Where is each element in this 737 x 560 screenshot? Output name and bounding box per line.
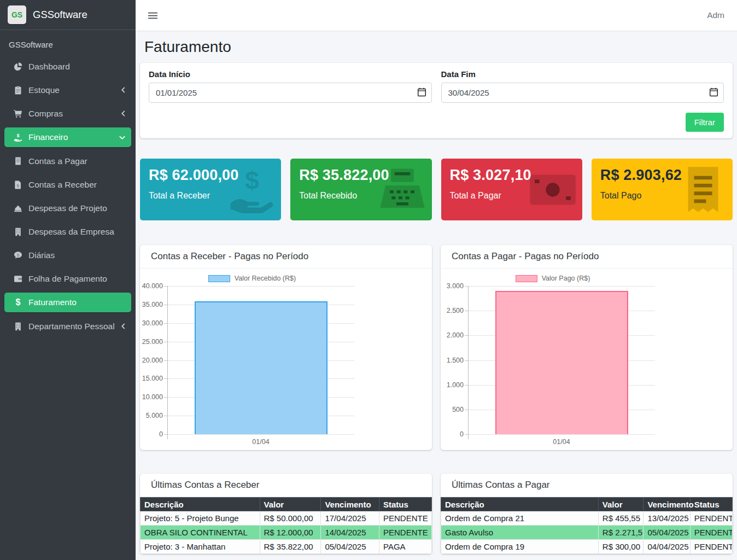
chart-card-contas-a-pagar-pagas-no-periodo: Contas a Pagar - Pagas no PeríodoValor P… bbox=[441, 245, 733, 450]
y-tick-label: 500 bbox=[452, 406, 464, 413]
calendar-icon[interactable] bbox=[709, 88, 718, 97]
calendar-icon[interactable] bbox=[417, 88, 426, 97]
y-tick-label: 0 bbox=[460, 430, 464, 438]
chevron-left-icon bbox=[120, 323, 127, 330]
data-table: DescriçãoValorVencimentoStatusProjeto: 5… bbox=[140, 497, 432, 554]
summary-label: Total a Pagar bbox=[450, 191, 574, 201]
chart-legend: Valor Pago (R$) bbox=[446, 275, 659, 282]
svg-text:$: $ bbox=[16, 252, 19, 257]
table-cell: 14/04/2025 bbox=[321, 526, 379, 540]
legend-label: Valor Recebido (R$) bbox=[235, 275, 296, 282]
sidebar-brand[interactable]: GS GSSoftware bbox=[0, 0, 136, 30]
sidebar: GS GSSoftware GSSoftware DashboardEstoqu… bbox=[0, 0, 136, 560]
sidebar-item-label: Folha de Pagamento bbox=[28, 274, 107, 284]
sidebar-item-faturamento[interactable]: $Faturamento bbox=[4, 293, 131, 312]
y-tick-label: 3.000 bbox=[447, 282, 464, 290]
end-date-label: Data Fim bbox=[441, 69, 724, 79]
table-cell: PAGA bbox=[379, 540, 432, 554]
sidebar-item-compras[interactable]: Compras bbox=[0, 102, 136, 125]
chevron-left-icon bbox=[120, 110, 127, 117]
filter-button[interactable]: Filtrar bbox=[686, 113, 724, 132]
x-tick-label: 01/04 bbox=[468, 438, 655, 446]
column-header-valor: Valor bbox=[598, 498, 644, 511]
summary-cards-row: R$ 62.000,00Total a Receber$R$ 35.822,00… bbox=[140, 159, 733, 220]
data-table: DescriçãoValorVencimentoStatusOrdem de C… bbox=[441, 497, 733, 554]
sidebar-item-label: Faturamento bbox=[28, 298, 77, 307]
summary-value: R$ 2.903,62 bbox=[600, 167, 724, 184]
bar-chart: 40.00035.00030.00025.00020.00015.00010.0… bbox=[145, 286, 359, 434]
x-tick-label: 01/04 bbox=[167, 438, 354, 446]
filter-card: Data Início Data Fim Filtrar bbox=[140, 63, 733, 138]
y-tick-label: 1.500 bbox=[447, 357, 464, 364]
y-tick-label: 40.000 bbox=[142, 282, 163, 290]
chart-area: Valor Recebido (R$)40.00035.00030.00025.… bbox=[140, 269, 432, 450]
brand-title: GSSoftware bbox=[33, 9, 87, 21]
sidebar-nav: DashboardEstoqueCompras$FinanceiroContas… bbox=[0, 55, 136, 338]
table-row: Projeto: 3 - ManhattanR$ 35.822,0005/04/… bbox=[141, 540, 432, 554]
summary-card-total-recebido: R$ 35.822,00Total Recebido bbox=[290, 159, 431, 220]
summary-card-total-a-pagar: R$ 3.027,10Total a Pagar bbox=[441, 159, 582, 220]
table-cell: PENDENTE bbox=[379, 526, 432, 540]
table-row: OBRA SILO CONTINENTALR$ 12.000,0014/04/2… bbox=[141, 526, 432, 540]
cart-icon bbox=[12, 109, 24, 118]
sidebar-item-diarias[interactable]: $Diárias bbox=[0, 243, 136, 267]
table-cell: Ordem de Compra 19 bbox=[441, 540, 599, 554]
sidebar-item-label: Despesas da Empresa bbox=[28, 227, 114, 237]
hard-hat-icon bbox=[12, 204, 24, 213]
table-cell: R$ 50.000,00 bbox=[260, 511, 321, 526]
legend-swatch bbox=[208, 275, 230, 282]
start-date-input[interactable] bbox=[149, 83, 432, 103]
chart-card-contas-a-receber-pagas-no-periodo: Contas a Receber - Pagas no PeríodoValor… bbox=[140, 245, 432, 450]
sidebar-item-despesas-da-empresa[interactable]: Despesas da Empresa bbox=[0, 220, 136, 243]
end-date-input[interactable] bbox=[441, 83, 724, 103]
column-header-descricao: Descrição bbox=[141, 498, 260, 511]
table-title: Últimas Contas a Pagar bbox=[441, 474, 733, 497]
y-tick-label: 1.000 bbox=[447, 381, 464, 389]
summary-value: R$ 3.027,10 bbox=[450, 167, 574, 184]
y-tick-label: 20.000 bbox=[142, 357, 163, 364]
table-cell: 05/04/2025 bbox=[321, 540, 379, 554]
y-tick-label: 5.000 bbox=[146, 412, 163, 419]
brand-logo-icon: GS bbox=[8, 5, 26, 24]
column-header-valor: Valor bbox=[260, 498, 321, 511]
hand-dollar-icon: $ bbox=[12, 133, 24, 142]
table-row: Gasto AvulsoR$ 2.271,5505/04/2025PENDENT… bbox=[441, 526, 733, 540]
sidebar-item-contas-a-receber[interactable]: $Contas a Receber bbox=[0, 173, 136, 196]
bar-chart: 3.0002.5002.0001.5001.0005000 bbox=[446, 286, 659, 434]
sidebar-item-label: Departamento Pessoal bbox=[28, 322, 115, 331]
table-cell: PENDENTE bbox=[690, 511, 732, 526]
user-menu[interactable]: Adm bbox=[707, 10, 724, 20]
column-header-vencimento: Vencimento bbox=[321, 498, 379, 511]
charts-row: Contas a Receber - Pagas no PeríodoValor… bbox=[140, 245, 733, 450]
table-card-ultimas-contas-a-pagar: Últimas Contas a PagarDescriçãoValorVenc… bbox=[441, 474, 733, 554]
table-cell: R$ 12.000,00 bbox=[260, 526, 321, 540]
summary-label: Total Pago bbox=[600, 191, 724, 201]
table-title: Últimas Contas a Receber bbox=[140, 474, 432, 497]
table-row: Ordem de Compra 19R$ 300,0004/04/2025PEN… bbox=[441, 540, 733, 554]
legend-label: Valor Pago (R$) bbox=[542, 275, 590, 282]
content: Faturamento Data Início Data Fim bbox=[136, 31, 737, 560]
summary-card-total-a-receber: R$ 62.000,00Total a Receber$ bbox=[140, 159, 281, 220]
menu-toggle-button[interactable] bbox=[148, 11, 157, 20]
chart-title: Contas a Receber - Pagas no Período bbox=[140, 245, 432, 269]
sidebar-item-folha-de-pagamento[interactable]: Folha de Pagamento bbox=[0, 267, 136, 290]
sidebar-item-estoque[interactable]: Estoque bbox=[0, 78, 136, 102]
sidebar-item-contas-a-pagar[interactable]: Contas a Pagar bbox=[0, 149, 136, 173]
summary-value: R$ 35.822,00 bbox=[299, 167, 423, 184]
y-tick-label: 35.000 bbox=[142, 301, 163, 308]
sidebar-item-departamento-pessoal[interactable]: Departamento Pessoal bbox=[0, 314, 136, 338]
sidebar-item-dashboard[interactable]: Dashboard bbox=[0, 55, 136, 78]
table-cell: 17/04/2025 bbox=[321, 511, 379, 526]
legend-swatch bbox=[516, 275, 537, 282]
table-cell: PENDENTE bbox=[690, 540, 732, 554]
comment-dollar-icon: $ bbox=[12, 251, 24, 260]
table-cell: Ordem de Compra 21 bbox=[441, 511, 599, 526]
table-cell: 05/04/2025 bbox=[644, 526, 690, 540]
table-cell: Projeto: 5 - Projeto Bunge bbox=[141, 511, 260, 526]
sidebar-item-financeiro[interactable]: $Financeiro bbox=[4, 127, 131, 147]
sidebar-item-despesas-de-projeto[interactable]: Despesas de Projeto bbox=[0, 196, 136, 220]
svg-text:$: $ bbox=[16, 133, 19, 138]
table-cell: PENDENTE bbox=[690, 526, 732, 540]
column-header-status: Status bbox=[690, 498, 732, 511]
summary-label: Total a Receber bbox=[149, 191, 272, 201]
